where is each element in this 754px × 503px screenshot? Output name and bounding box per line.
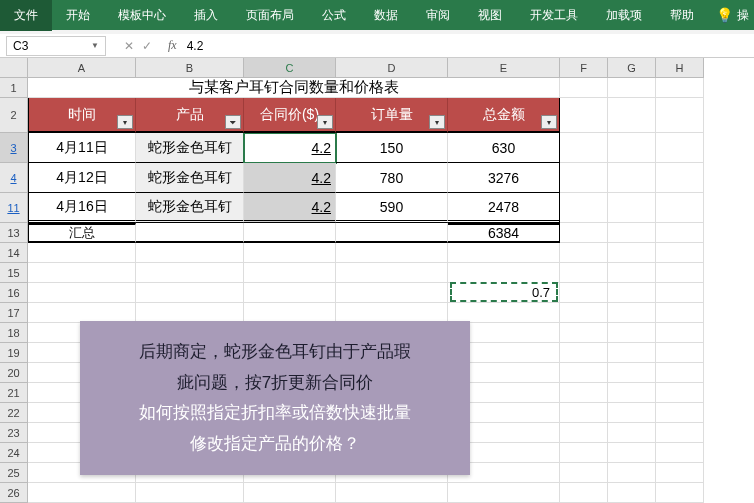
- name-box[interactable]: C3 ▼: [6, 36, 106, 56]
- cell[interactable]: [656, 263, 704, 283]
- row-header-11[interactable]: 11: [0, 193, 28, 223]
- cell[interactable]: [608, 243, 656, 263]
- cell[interactable]: [608, 223, 656, 243]
- header-product[interactable]: 产品 ⏷: [136, 98, 244, 133]
- select-all-corner[interactable]: [0, 58, 28, 78]
- cell[interactable]: [560, 303, 608, 323]
- cell[interactable]: [244, 303, 336, 323]
- cell[interactable]: [656, 363, 704, 383]
- cell[interactable]: [136, 283, 244, 303]
- cell-total[interactable]: 2478: [448, 193, 560, 223]
- name-box-dropdown-icon[interactable]: ▼: [91, 41, 99, 50]
- row-header[interactable]: 15: [0, 263, 28, 283]
- cell[interactable]: [608, 403, 656, 423]
- col-header-C[interactable]: C: [244, 58, 336, 78]
- cell[interactable]: [656, 243, 704, 263]
- cell[interactable]: [608, 283, 656, 303]
- cell-date[interactable]: 4月12日: [28, 163, 136, 193]
- row-header[interactable]: 22: [0, 403, 28, 423]
- cell[interactable]: [656, 403, 704, 423]
- cell[interactable]: [336, 483, 448, 503]
- cell-product[interactable]: 蛇形金色耳钉: [136, 193, 244, 223]
- row-header[interactable]: 23: [0, 423, 28, 443]
- row-header-13[interactable]: 13: [0, 223, 28, 243]
- tell-me-icon[interactable]: 💡: [716, 7, 733, 23]
- cell[interactable]: [608, 343, 656, 363]
- cell[interactable]: [560, 193, 608, 223]
- row-header[interactable]: 24: [0, 443, 28, 463]
- row-header-3[interactable]: 3: [0, 133, 28, 163]
- col-header-D[interactable]: D: [336, 58, 448, 78]
- row-header[interactable]: 14: [0, 243, 28, 263]
- row-header[interactable]: 18: [0, 323, 28, 343]
- cell[interactable]: [448, 483, 560, 503]
- cell[interactable]: [656, 343, 704, 363]
- cell[interactable]: [560, 163, 608, 193]
- row-header-1[interactable]: 1: [0, 78, 28, 98]
- confirm-icon[interactable]: ✓: [142, 39, 152, 53]
- row-header[interactable]: 16: [0, 283, 28, 303]
- cell[interactable]: [244, 283, 336, 303]
- cell[interactable]: [608, 363, 656, 383]
- cell[interactable]: [28, 283, 136, 303]
- cell[interactable]: [608, 463, 656, 483]
- summary-total[interactable]: 6384: [448, 223, 560, 243]
- tab-file[interactable]: 文件: [0, 0, 52, 31]
- cell[interactable]: [560, 463, 608, 483]
- cell-date[interactable]: 4月11日: [28, 133, 136, 163]
- cell[interactable]: [608, 443, 656, 463]
- cell[interactable]: [656, 78, 704, 98]
- cell[interactable]: [336, 283, 448, 303]
- cell[interactable]: [136, 263, 244, 283]
- cell[interactable]: [448, 303, 560, 323]
- cell[interactable]: [656, 98, 704, 133]
- cell[interactable]: [28, 263, 136, 283]
- cell-qty[interactable]: 780: [336, 163, 448, 193]
- col-header-B[interactable]: B: [136, 58, 244, 78]
- cell[interactable]: [136, 223, 244, 243]
- filter-dropdown-icon[interactable]: ▾: [429, 115, 445, 129]
- header-total[interactable]: 总金额 ▾: [448, 98, 560, 133]
- cell[interactable]: [560, 223, 608, 243]
- cell[interactable]: [560, 133, 608, 163]
- cell[interactable]: [608, 263, 656, 283]
- cell[interactable]: [608, 163, 656, 193]
- callout-box[interactable]: 后期商定，蛇形金色耳钉由于产品瑕 疵问题，按7折更新合同价 如何按照指定折扣率或…: [80, 321, 470, 475]
- cell[interactable]: [560, 483, 608, 503]
- cell[interactable]: [244, 243, 336, 263]
- fx-icon[interactable]: fx: [168, 38, 177, 53]
- cell[interactable]: [656, 133, 704, 163]
- cell[interactable]: [608, 423, 656, 443]
- cell[interactable]: [608, 78, 656, 98]
- cell-total[interactable]: 630: [448, 133, 560, 163]
- cell-price-active[interactable]: 4.2: [244, 133, 336, 163]
- cell[interactable]: [560, 343, 608, 363]
- cell[interactable]: [336, 263, 448, 283]
- row-header-4[interactable]: 4: [0, 163, 28, 193]
- cell[interactable]: [560, 363, 608, 383]
- header-price[interactable]: 合同价($) ▾: [244, 98, 336, 133]
- tab-template[interactable]: 模板中心: [104, 0, 180, 31]
- row-header[interactable]: 21: [0, 383, 28, 403]
- row-header[interactable]: 25: [0, 463, 28, 483]
- row-header-2[interactable]: 2: [0, 98, 28, 133]
- header-qty[interactable]: 订单量 ▾: [336, 98, 448, 133]
- cell[interactable]: [448, 243, 560, 263]
- cell[interactable]: [560, 443, 608, 463]
- tab-layout[interactable]: 页面布局: [232, 0, 308, 31]
- col-header-H[interactable]: H: [656, 58, 704, 78]
- cell[interactable]: [656, 383, 704, 403]
- cell[interactable]: [608, 383, 656, 403]
- cancel-icon[interactable]: ✕: [124, 39, 134, 53]
- cell[interactable]: [560, 383, 608, 403]
- col-header-G[interactable]: G: [608, 58, 656, 78]
- cell[interactable]: [560, 78, 608, 98]
- cell-qty[interactable]: 150: [336, 133, 448, 163]
- col-header-E[interactable]: E: [448, 58, 560, 78]
- cell-total[interactable]: 3276: [448, 163, 560, 193]
- cell-product[interactable]: 蛇形金色耳钉: [136, 133, 244, 163]
- tab-addin[interactable]: 加载项: [592, 0, 656, 31]
- row-header[interactable]: 20: [0, 363, 28, 383]
- tab-view[interactable]: 视图: [464, 0, 516, 31]
- cell[interactable]: [244, 263, 336, 283]
